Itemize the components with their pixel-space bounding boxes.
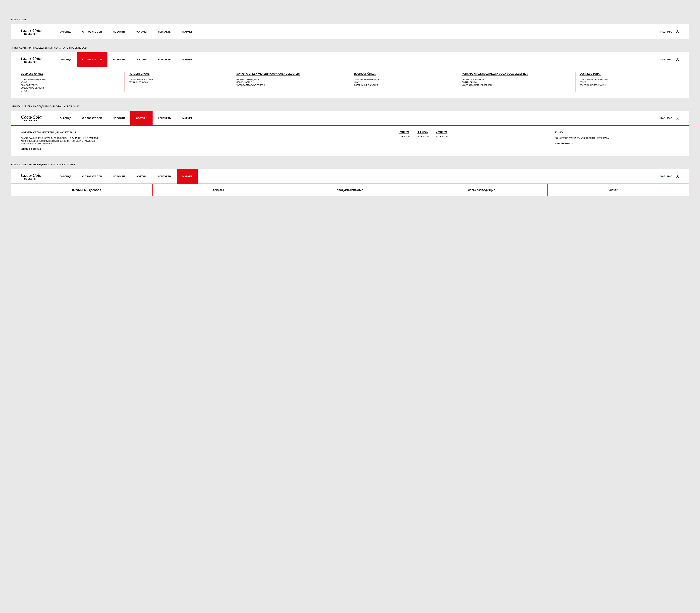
col-subitem[interactable]: ОТЗЫВЫ [21, 90, 121, 92]
forum-link[interactable]: II ФОРУМ [399, 135, 409, 138]
forums-title[interactable]: ФОРУМЫ СЕЛЬСКИХ ЖЕНЩИН КАЗАХСТАНА [21, 131, 76, 134]
main-menu: О ФОНДЕ О ПРОЕКТЕ CCB НОВОСТИ ФОРУМЫ КОН… [54, 24, 660, 39]
col-subitem[interactable]: БИЗНЕС-ПРОЕКТЫ [21, 84, 121, 87]
project-col-farmerschool: FARMERSCHOOL СПЕЦИАЛЬНЫЕ УСЛОВИЯ ОБУЧАЮЩ… [125, 72, 233, 92]
col-subitem[interactable]: ПОДАТЬ ЗАЯВКУ [236, 81, 346, 84]
menu-news[interactable]: НОВОСТИ [107, 111, 130, 125]
project-col-women: КОНКУРС СРЕДИ ЖЕНЩИН COCA-COLA BELESTERI… [232, 72, 350, 92]
forums-more-link[interactable]: УЗНАТЬ О ФОРУМАХ → [21, 148, 45, 151]
col-subitem[interactable]: КОМУ? [354, 81, 454, 84]
logo[interactable]: Coca-Cola BELESTERI [21, 52, 42, 67]
market-item-agri[interactable]: СЕЛЬХОЗПРОДУКЦИЯ [416, 184, 547, 196]
forum-link[interactable]: III ФОРУМ [417, 131, 429, 133]
user-icon[interactable] [676, 30, 679, 33]
market-dropdown-panel: ПУБЛИЧНЫЙ ДОГОВОР ТОВАРЫ ПРОДУКТЫ ПИТАНИ… [11, 184, 689, 196]
menu-market[interactable]: МАРКЕТ [177, 52, 198, 67]
menu-about-fund[interactable]: О ФОНДЕ [54, 52, 77, 67]
logo[interactable]: Coca-Cola BELESTERI [21, 24, 42, 39]
col-subitem[interactable]: ЧАСТО ЗАДАВАЕМЫЕ ВОПРОСЫ [236, 84, 346, 87]
market-item-food[interactable]: ПРОДУКТЫ ПИТАНИЯ [284, 184, 416, 196]
lang-ru[interactable]: РУС [667, 58, 672, 61]
language-switch[interactable]: ҚАЗ|РУС [660, 30, 672, 33]
col-title[interactable]: BUSINESS ÓRKEN [354, 72, 377, 76]
menu-contacts[interactable]: КОНТАКТЫ [153, 52, 177, 67]
logo-sub: BELESTERI [24, 61, 38, 63]
col-subitem[interactable]: СОДЕРЖАНИЕ ОБУЧЕНИЯ [354, 84, 454, 87]
menu-forums[interactable]: ФОРУМЫ [130, 169, 153, 184]
lang-kz[interactable]: ҚАЗ [660, 175, 665, 178]
market-item-services[interactable]: УСЛУГИ [547, 184, 679, 196]
main-menu: О ФОНДЕ О ПРОЕКТЕ CCB НОВОСТИ ФОРУМЫ КОН… [54, 52, 660, 67]
col-subitem[interactable]: ПРАВИЛА ПРОВЕДЕНИЯ [462, 78, 571, 81]
project-col-orken: BUSINESS ÓRKEN О ПРОГРАММЕ ОБУЧЕНИЯ КОМУ… [350, 72, 458, 92]
lang-kz[interactable]: ҚАЗ [660, 58, 665, 61]
menu-contacts[interactable]: КОНТАКТЫ [153, 24, 177, 39]
menu-news[interactable]: НОВОСТИ [107, 24, 130, 39]
market-item-contract[interactable]: ПУБЛИЧНЫЙ ДОГОВОР [21, 184, 153, 196]
col-subitem[interactable]: СОДЕРЖАНИЕ ПРОГРАММЫ [579, 84, 679, 87]
col-subitem[interactable]: ОБУЧАЮЩИЕ КУРСЫ [129, 81, 228, 84]
user-icon[interactable] [676, 117, 679, 120]
logo-sub: BELESTERI [24, 178, 38, 180]
menu-contacts[interactable]: КОНТАКТЫ [153, 111, 177, 125]
menu-about-project[interactable]: О ПРОЕКТЕ CCB [77, 111, 107, 125]
language-switch[interactable]: ҚАЗ|РУС [660, 58, 672, 61]
menu-market[interactable]: МАРКЕТ [177, 111, 198, 125]
col-subitem[interactable]: О ПРОГРАММЕ АКСЕЛЕРАЦИИ [579, 78, 679, 81]
col-title[interactable]: КОНКУРС СРЕДИ ЖЕНЩИН COCA-COLA BELESTERI [236, 72, 300, 76]
lang-kz[interactable]: ҚАЗ [660, 30, 665, 33]
menu-about-fund[interactable]: О ФОНДЕ [54, 24, 77, 39]
col-subitem[interactable]: О ПРОГРАММЕ ОБУЧЕНИЯ [354, 78, 454, 81]
menu-about-project[interactable]: О ПРОЕКТЕ CCB [77, 169, 107, 184]
menu-about-project[interactable]: О ПРОЕКТЕ CCB [77, 24, 107, 39]
logo-sub: BELESTERI [24, 119, 38, 122]
user-icon[interactable] [676, 175, 679, 178]
col-subitem[interactable]: О ПРОГРАММЕ ОБУЧЕНИЯ [21, 78, 121, 81]
market-item-goods[interactable]: ТОВАРЫ [153, 184, 284, 196]
col-subitem[interactable]: ЧАСТО ЗАДАВАЕМЫЕ ВОПРОСЫ [462, 84, 571, 87]
menu-market[interactable]: МАРКЕТ [177, 24, 198, 39]
menu-news[interactable]: НОВОСТИ [107, 169, 130, 184]
col-subitem[interactable]: СПЕЦИАЛЬНЫЕ УСЛОВИЯ [129, 78, 228, 81]
col-title[interactable]: BUSINESS TURAR [579, 72, 601, 76]
col-title[interactable]: FARMERSCHOOL [129, 72, 150, 76]
section-label-forums: НАВИГАЦИЯ, ПРИ НАВЕДЕНИИ КУРСОРА НА "ФОР… [11, 105, 689, 108]
menu-about-fund[interactable]: О ФОНДЕ [54, 169, 77, 184]
col-title[interactable]: КОНКУРС СРЕДИ МОЛОДЕЖИ COCA-COLA BELESTE… [462, 72, 528, 76]
language-switch[interactable]: ҚАЗ|РУС [660, 175, 672, 178]
menu-about-project[interactable]: О ПРОЕКТЕ CCB [77, 52, 107, 67]
col-subitem[interactable]: СОДЕРЖАНИЕ ОБУЧЕНИЯ [21, 87, 121, 90]
language-switch[interactable]: ҚАЗ|РУС [660, 117, 672, 119]
menu-forums[interactable]: ФОРУМЫ [130, 52, 153, 67]
lang-separator: | [666, 58, 667, 61]
menu-forums[interactable]: ФОРУМЫ [130, 111, 153, 125]
books-more-link[interactable]: ЧИТАТЬ КНИГИ → [555, 142, 574, 145]
menu-news[interactable]: НОВОСТИ [107, 52, 130, 67]
logo[interactable]: Coca-Cola BELESTERI [21, 111, 42, 125]
lang-ru[interactable]: РУС [667, 30, 672, 33]
col-title[interactable]: BUSINESS QYMYZ [21, 72, 43, 76]
menu-contacts[interactable]: КОНТАКТЫ [153, 169, 177, 184]
section-label-basic: НАВИГАЦИЯ [11, 18, 689, 21]
col-subitem[interactable]: ПРАВИЛА ПРОВЕДЕНИЯ [236, 78, 346, 81]
col-subitem[interactable]: ПОДАТЬ ЗАЯВКУ [462, 81, 571, 84]
menu-market[interactable]: МАРКЕТ [177, 169, 198, 184]
forum-link[interactable]: V ФОРУМ [436, 131, 448, 133]
lang-kz[interactable]: ҚАЗ [660, 117, 665, 119]
svg-point-0 [677, 30, 678, 32]
menu-about-fund[interactable]: О ФОНДЕ [54, 111, 77, 125]
books-title[interactable]: КНИГИ [555, 131, 564, 134]
lang-ru[interactable]: РУС [667, 117, 672, 119]
logo[interactable]: Coca-Cola BELESTERI [21, 169, 42, 184]
logo-sub: BELESTERI [24, 33, 38, 35]
forum-link[interactable]: IV ФОРУМ [417, 135, 429, 138]
forum-link[interactable]: I ФОРУМ [399, 131, 409, 133]
user-icon[interactable] [676, 58, 679, 61]
col-subitem[interactable]: КОМУ? [579, 81, 679, 84]
menu-forums[interactable]: ФОРУМЫ [130, 24, 153, 39]
section-label-project: НАВИГАЦИЯ, ПРИ НАВЕДЕНИИ КУРСОРА НА "О П… [11, 47, 689, 49]
lang-ru[interactable]: РУС [667, 175, 672, 178]
forum-link[interactable]: VI ФОРУМ [436, 135, 448, 138]
project-col-turar: BUSINESS TURAR О ПРОГРАММЕ АКСЕЛЕРАЦИИ К… [576, 72, 679, 92]
col-subitem[interactable]: КОМУ? [21, 81, 121, 84]
